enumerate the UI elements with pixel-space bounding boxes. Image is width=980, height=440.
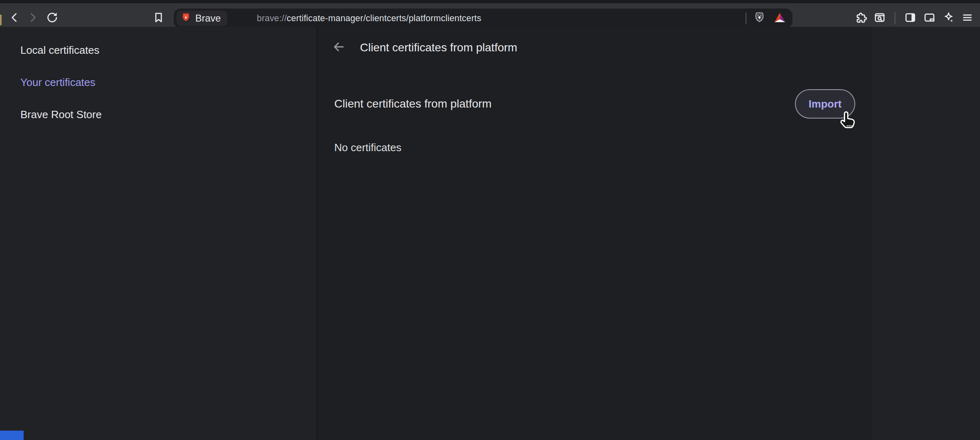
sidebar-item-your-certificates[interactable]: Your certificates (0, 66, 317, 99)
back-button[interactable] (6, 9, 24, 27)
forward-icon (26, 11, 39, 25)
rewards-button[interactable] (773, 11, 787, 25)
sidebar-item-label: Brave Root Store (20, 108, 102, 121)
toolbar-separator (894, 12, 896, 24)
menu-button[interactable] (958, 9, 976, 27)
back-icon (9, 11, 21, 25)
extensions-button[interactable] (852, 9, 870, 27)
wallet-button[interactable] (920, 9, 938, 27)
sidebar-item-label: Your certificates (20, 76, 95, 89)
sidebar-panel-icon (904, 11, 916, 25)
urlbar-separator (746, 13, 746, 24)
certificate-manager-page: Local certificates Your certificates Bra… (0, 27, 980, 440)
wallet-icon (923, 11, 936, 25)
sparkle-icon (942, 11, 955, 25)
bookmark-icon (152, 11, 165, 25)
sidebar-item-local-certificates[interactable]: Local certificates (0, 34, 317, 66)
certificates-card: Client certificates from platform Client… (317, 27, 871, 440)
url-input[interactable]: brave://certificate-manager/clientcerts/… (257, 9, 481, 28)
import-button[interactable]: Import (795, 89, 855, 119)
url-bar[interactable]: Brave brave://certificate-manager/client… (174, 9, 792, 28)
shields-button[interactable] (753, 11, 766, 25)
bookmark-button[interactable] (150, 9, 168, 27)
import-button-label: Import (809, 98, 842, 110)
brave-shields-icon (753, 11, 766, 25)
screen-edge-sliver (0, 15, 2, 25)
sidebar-item-label: Local certificates (20, 44, 99, 57)
site-chip-label: Brave (195, 13, 221, 24)
reload-button[interactable] (43, 9, 61, 27)
sidebar-item-brave-root-store[interactable]: Brave Root Store (0, 99, 317, 131)
empty-state-text: No certificates (334, 141, 402, 154)
site-info-chip[interactable]: Brave (177, 11, 227, 26)
page-title: Client certificates from platform (360, 40, 517, 55)
sidebar-toggle-button[interactable] (901, 9, 919, 27)
extensions-puzzle-icon (855, 11, 867, 25)
browser-toolbar: Brave brave://certificate-manager/client… (0, 3, 980, 27)
status-corner-indicator (0, 431, 24, 440)
url-path: certificate-manager/clientcerts/platform… (287, 13, 481, 24)
window-top-edge (0, 0, 980, 3)
sidebar-list: Local certificates Your certificates Bra… (0, 34, 317, 131)
forward-button[interactable] (24, 9, 42, 27)
bat-triangle-icon (774, 11, 786, 25)
reload-icon (46, 11, 58, 25)
arrow-left-icon (332, 40, 345, 55)
certificate-sidebar: Local certificates Your certificates Bra… (0, 27, 317, 440)
brave-logo-icon (181, 12, 191, 24)
page-back-button[interactable] (331, 40, 347, 56)
section-title: Client certificates from platform (334, 89, 492, 119)
search-button[interactable] (871, 9, 889, 27)
platform-certificates-section: Client certificates from platform Import (318, 89, 870, 119)
leo-ai-button[interactable] (940, 9, 958, 27)
search-window-icon (874, 11, 886, 25)
hamburger-menu-icon (961, 11, 973, 25)
url-scheme: brave:// (257, 13, 287, 24)
card-header: Client certificates from platform (318, 27, 870, 68)
browser-window: Brave brave://certificate-manager/client… (0, 0, 980, 440)
